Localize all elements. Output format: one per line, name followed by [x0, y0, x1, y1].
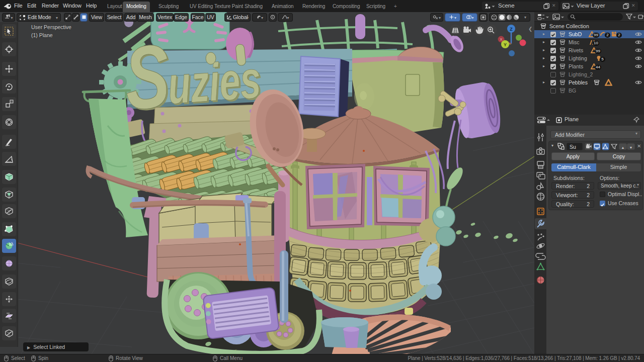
svg-text:Z: Z [510, 27, 513, 32]
svg-text:Y: Y [504, 42, 507, 47]
svg-text:X: X [500, 37, 503, 42]
svg-text:❮: ❮ [528, 26, 532, 32]
